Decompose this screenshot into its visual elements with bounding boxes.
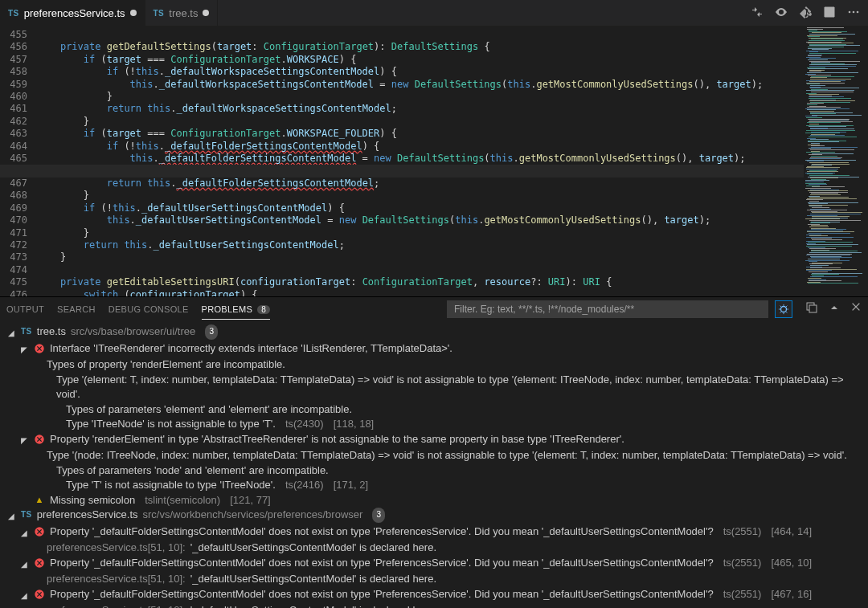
minimap[interactable] <box>804 26 868 296</box>
more-icon[interactable] <box>847 6 860 21</box>
problem-detail: Type '(node: ITreeNode, index: number, t… <box>0 448 868 463</box>
error-code: ts(2551) <box>723 524 762 540</box>
file-problem-count: 3 <box>205 324 218 340</box>
ts-file-icon: TS <box>8 9 19 18</box>
problems-list[interactable]: ◢TStree.ts src/vs/base/browser/ui/tree3◤… <box>0 321 868 608</box>
problem-related[interactable]: preferencesService.ts[51, 10]: '_default… <box>0 603 868 608</box>
open-file-icon[interactable] <box>805 301 818 316</box>
problem-item[interactable]: ◢Property '_defaultFolderSettingsContent… <box>0 524 868 541</box>
problems-file-header[interactable]: ◢TStree.ts src/vs/base/browser/ui/tree3 <box>0 324 868 341</box>
problem-detail: Type 'T' is not assignable to type 'ITre… <box>0 478 868 493</box>
problem-detail: Type 'ITreeNode' is not assignable to ty… <box>0 417 868 432</box>
problem-related[interactable]: preferencesService.ts[51, 10]: '_default… <box>0 541 868 556</box>
panel-tab[interactable]: PROBLEMS8 <box>202 300 271 319</box>
problems-filter-input[interactable] <box>447 300 768 318</box>
editor-tab[interactable]: TStree.ts <box>145 0 219 26</box>
panel-tab[interactable]: OUTPUT <box>6 300 44 319</box>
problem-message: Property '_defaultFolderSettingsContentM… <box>50 587 714 602</box>
editor[interactable]: 455 456 457 458 459 460 461 462 463 464 … <box>0 26 868 296</box>
preview-icon[interactable] <box>775 6 788 21</box>
compare-icon[interactable] <box>751 6 764 21</box>
ts-file-icon: TS <box>154 9 165 18</box>
chevron-down-icon[interactable]: ◢ <box>19 589 29 604</box>
problem-message: Property 'renderElement' in type 'Abstra… <box>50 432 624 447</box>
chevron-down-icon[interactable]: ◢ <box>19 557 29 573</box>
problem-item[interactable]: ◤Interface 'ITreeRenderer' incorrectly e… <box>0 341 868 358</box>
svg-rect-5 <box>809 305 817 312</box>
ts-file-icon: TS <box>21 324 32 340</box>
chevron-up-icon[interactable]: ◤ <box>19 343 29 358</box>
editor-actions <box>743 6 868 21</box>
problem-message: Missing semicolon <box>50 493 135 508</box>
line-gutter: 455 456 457 458 459 460 461 462 463 464 … <box>0 26 37 296</box>
editor-tabbar: TSpreferencesService.tsTStree.ts <box>0 0 868 26</box>
problem-item[interactable]: ◤Property 'renderElement' in type 'Abstr… <box>0 432 868 449</box>
chevron-down-icon[interactable]: ◢ <box>19 526 29 541</box>
error-code: ts(2551) <box>723 556 762 571</box>
problems-panel: OUTPUTSEARCHDEBUG CONSOLEPROBLEMS8 ◢TStr… <box>0 296 868 608</box>
problem-detail: Types of parameters 'node' and 'element'… <box>0 463 868 479</box>
svg-point-0 <box>849 10 851 13</box>
dirty-indicator-icon <box>130 10 137 16</box>
problem-message: Property '_defaultFolderSettingsContentM… <box>50 524 714 540</box>
ts-file-icon: TS <box>21 508 32 523</box>
problem-related[interactable]: preferencesService.ts[51, 10]: '_default… <box>0 572 868 587</box>
problem-item[interactable]: Missing semicolontslint(semicolon)[121, … <box>0 493 868 508</box>
warning-icon <box>34 495 45 506</box>
problem-item[interactable]: ◢Property '_defaultFolderSettingsContent… <box>0 587 868 604</box>
error-location: [467, 16] <box>771 587 812 602</box>
panel-tabbar: OUTPUTSEARCHDEBUG CONSOLEPROBLEMS8 <box>0 297 868 321</box>
svg-point-2 <box>857 10 859 13</box>
file-problem-count: 3 <box>372 508 385 523</box>
error-icon <box>34 526 45 537</box>
error-location: [464, 14] <box>771 524 812 540</box>
problems-count-badge: 8 <box>257 305 270 314</box>
file-path: src/vs/workbench/services/preferences/br… <box>143 508 363 523</box>
problem-detail: Types of parameters 'element' and 'eleme… <box>0 402 868 418</box>
chevron-down-icon[interactable]: ◢ <box>6 326 16 341</box>
tab-title: preferencesService.ts <box>24 7 125 19</box>
file-name: tree.ts <box>37 324 66 340</box>
git-icon[interactable] <box>799 6 812 21</box>
svg-point-1 <box>853 10 855 13</box>
problem-detail: Type '(element: T, index: number, templa… <box>0 373 868 402</box>
code-area[interactable]: private getDefaultSettings(target: Confi… <box>37 26 804 296</box>
error-code: ts(2551) <box>723 587 762 602</box>
problem-item[interactable]: ◢Property '_defaultFolderSettingsContent… <box>0 556 868 573</box>
panel-tab[interactable]: SEARCH <box>57 300 96 319</box>
chevron-up-icon[interactable]: ◤ <box>19 434 29 449</box>
error-icon <box>34 343 45 354</box>
error-location: [121, 77] <box>230 493 271 508</box>
problem-message: Property '_defaultFolderSettingsContentM… <box>50 556 714 571</box>
close-panel-icon[interactable] <box>850 301 862 316</box>
error-code: tslint(semicolon) <box>145 493 220 508</box>
problem-detail: Types of property 'renderElement' are in… <box>0 357 868 373</box>
split-icon[interactable] <box>823 6 836 21</box>
error-location: [465, 10] <box>771 556 812 571</box>
file-path: src/vs/base/browser/ui/tree <box>71 324 195 340</box>
error-icon <box>34 557 45 569</box>
problem-message: Interface 'ITreeRenderer' incorrectly ex… <box>50 341 452 357</box>
problems-file-header[interactable]: ◢TSpreferencesService.ts src/vs/workbenc… <box>0 508 868 524</box>
editor-tabs: TSpreferencesService.tsTStree.ts <box>0 0 743 26</box>
chevron-down-icon[interactable]: ◢ <box>6 509 16 524</box>
editor-tab[interactable]: TSpreferencesService.ts <box>0 0 145 26</box>
collapse-all-icon[interactable] <box>828 301 841 316</box>
dirty-indicator-icon <box>203 10 209 16</box>
panel-tab[interactable]: DEBUG CONSOLE <box>108 300 189 319</box>
error-icon <box>34 589 45 600</box>
svg-point-3 <box>781 306 787 312</box>
error-icon <box>34 434 45 445</box>
filter-settings-icon[interactable] <box>775 300 792 318</box>
file-name: preferencesService.ts <box>37 508 138 523</box>
tab-title: tree.ts <box>169 7 198 19</box>
